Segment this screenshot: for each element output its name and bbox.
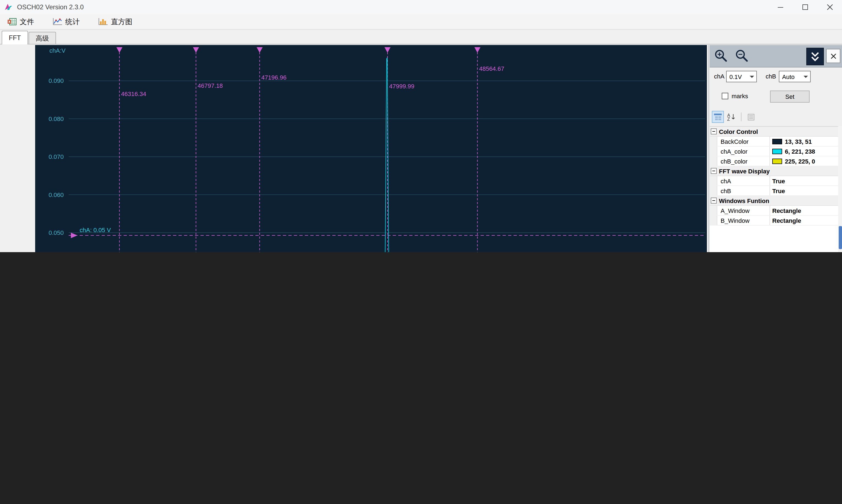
property-row[interactable]: chA_color 6, 221, 238 xyxy=(710,146,842,156)
plot-background xyxy=(35,45,707,252)
property-row[interactable]: A_Window Rectangle xyxy=(710,206,842,216)
color-swatch xyxy=(772,158,782,164)
chb-scale-label: chB xyxy=(766,73,776,79)
zoom-toolbar xyxy=(710,45,842,68)
freq-marker-label: 46316.34 xyxy=(121,91,147,97)
file-export-icon xyxy=(8,18,17,26)
close-panel-button[interactable] xyxy=(826,49,840,63)
fft-chart: chA:V0.0900.0800.0700.0600.0500.0400.030… xyxy=(35,45,707,252)
line-chart-icon xyxy=(53,18,63,26)
color-swatch xyxy=(772,139,782,144)
color-swatch xyxy=(772,148,782,154)
app-logo-icon xyxy=(4,3,13,12)
property-name: chB xyxy=(717,186,770,195)
property-name: chB_color xyxy=(717,156,770,166)
property-grid: Color Control BackColor 13, 33, 51 chA_c… xyxy=(710,126,842,252)
tab-fft[interactable]: FFT xyxy=(2,31,28,44)
freq-marker-label: 46797.18 xyxy=(198,82,223,89)
property-name: chA_color xyxy=(717,146,770,156)
property-row[interactable]: chB True xyxy=(710,186,842,196)
property-grid-toolbar: A Z xyxy=(710,110,842,124)
cha-scale-label: chA xyxy=(714,73,724,79)
fft-plot[interactable]: chA:V0.0900.0800.0700.0600.0500.0400.030… xyxy=(35,45,707,252)
panel-scrollbar-thumb[interactable] xyxy=(838,226,842,249)
property-value: True xyxy=(770,186,842,195)
collapse-icon[interactable] xyxy=(711,198,717,203)
marks-set-button[interactable]: Set xyxy=(770,91,810,103)
close-button[interactable] xyxy=(817,0,842,14)
categorized-view-button[interactable] xyxy=(712,111,724,123)
collapse-icon[interactable] xyxy=(711,128,717,134)
y-tick-label: 0.050 xyxy=(49,229,64,236)
property-value: 225, 225, 0 xyxy=(770,156,842,166)
property-category[interactable]: FFT wave Display xyxy=(710,166,842,176)
toolbar-separator xyxy=(741,112,741,121)
property-row[interactable]: chB_color 225, 225, 0 xyxy=(710,156,842,166)
collapse-icon[interactable] xyxy=(711,168,717,174)
property-name: B_Window xyxy=(717,216,770,225)
tab-strip: FFT 高级 xyxy=(0,31,842,44)
menu-histogram[interactable]: 直方图 xyxy=(98,17,132,26)
property-name: A_Window xyxy=(717,206,770,215)
marks-label: marks xyxy=(732,93,748,99)
menu-statistics[interactable]: 统计 xyxy=(53,17,80,26)
property-value: Rectangle xyxy=(770,206,842,215)
marks-checkbox[interactable] xyxy=(722,93,728,99)
alphabetical-sort-button[interactable]: A Z xyxy=(725,111,738,123)
property-value: 13, 33, 51 xyxy=(770,137,842,146)
title-bar: OSCH02 Version 2.3.0 xyxy=(0,0,842,15)
property-value: Rectangle xyxy=(770,216,842,225)
y-tick-label: 0.070 xyxy=(49,154,64,160)
zoom-in-icon[interactable] xyxy=(714,49,728,63)
zoom-out-icon[interactable] xyxy=(735,49,749,63)
menu-file[interactable]: 文件 xyxy=(8,17,34,26)
y-axis-title: chA:V xyxy=(49,47,66,54)
y-tick-label: 0.080 xyxy=(49,115,64,122)
property-value: 6, 221, 238 xyxy=(770,146,842,156)
close-icon xyxy=(831,54,836,58)
categorized-icon xyxy=(714,113,722,121)
y-tick-label: 0.060 xyxy=(49,192,64,198)
chevron-down-icon xyxy=(804,75,808,80)
property-category[interactable]: Windows Funtion xyxy=(710,196,842,206)
property-name: chA xyxy=(717,176,770,185)
panel-divider xyxy=(708,45,709,252)
property-name: BackColor xyxy=(717,137,770,146)
window-title: OSCH02 Version 2.3.0 xyxy=(17,3,84,11)
freq-marker-label: 47196.96 xyxy=(261,74,287,81)
double-chevron-down-icon xyxy=(810,51,820,62)
level-marker-label: chA: 0.05 V xyxy=(80,227,111,233)
toolbar: 文件 统计 直方图 xyxy=(0,14,842,30)
property-row[interactable]: chA True xyxy=(710,176,842,186)
menu-histogram-label: 直方图 xyxy=(111,17,132,26)
app-window: OSCH02 Version 2.3.0 文件 xyxy=(0,0,842,252)
menu-statistics-label: 统计 xyxy=(65,17,80,26)
property-pages-button[interactable] xyxy=(745,111,757,123)
chevron-down-icon xyxy=(750,75,754,80)
freq-marker-label: 48564.67 xyxy=(479,65,504,72)
y-tick-label: 0.090 xyxy=(49,77,64,84)
property-category[interactable]: Color Control xyxy=(710,127,842,137)
freq-marker-label: 47999.99 xyxy=(389,83,414,90)
property-value: True xyxy=(770,176,842,185)
chb-scale-select[interactable]: Auto xyxy=(779,71,811,82)
cha-scale-select[interactable]: 0.1V xyxy=(726,71,757,82)
settings-panel: chA 0.1V chB Auto marks Set A Z xyxy=(710,45,842,252)
property-row[interactable]: BackColor 13, 33, 51 xyxy=(710,137,842,146)
histogram-icon xyxy=(98,18,108,26)
maximize-button[interactable] xyxy=(793,0,817,14)
property-pages-icon xyxy=(747,113,754,121)
collapse-panel-button[interactable] xyxy=(806,48,824,65)
menu-file-label: 文件 xyxy=(20,17,34,26)
property-row[interactable]: B_Window Rectangle xyxy=(710,216,842,226)
minimize-button[interactable] xyxy=(768,0,793,14)
tab-advanced[interactable]: 高级 xyxy=(29,32,56,44)
svg-text:Z: Z xyxy=(727,117,730,121)
az-sort-icon: A Z xyxy=(727,113,736,121)
